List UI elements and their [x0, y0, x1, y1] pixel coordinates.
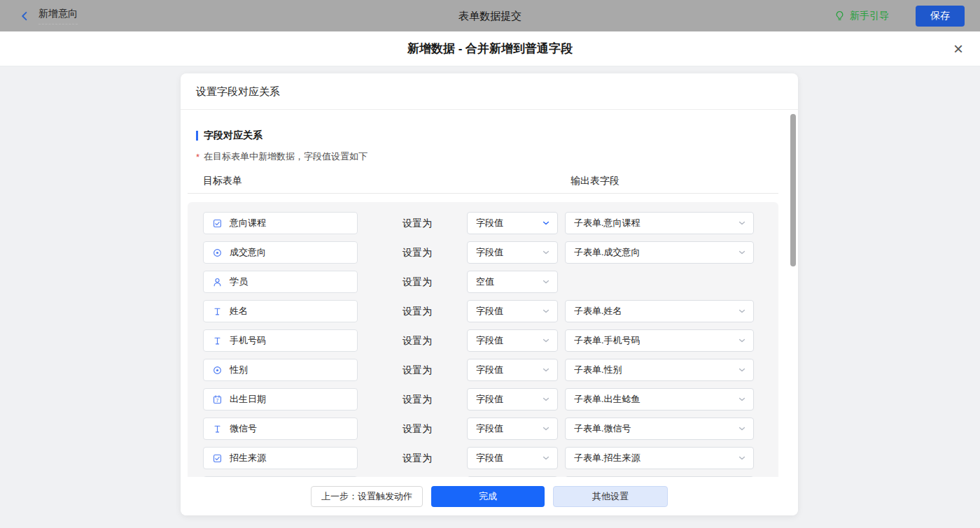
scrollbar-thumb[interactable]	[790, 114, 796, 266]
topbar-actions: 新手引导 保存	[834, 6, 965, 27]
source-field-label: 招生来源	[230, 452, 266, 464]
output-field-value: 子表单.手机号码	[574, 334, 738, 347]
section-title: 字段对应关系	[196, 129, 783, 142]
modal-title: 新增数据 - 合并新增到普通字段	[407, 41, 573, 57]
field-mapping-card: 设置字段对应关系 字段对应关系 * 在目标表单中新增数据，字段值设置如下 目标表…	[181, 73, 798, 515]
source-field-label: 微信号	[230, 422, 257, 435]
chevron-down-icon	[738, 454, 746, 462]
text-icon	[212, 424, 223, 434]
value-type-value: 字段值	[476, 334, 542, 347]
prev-step-button[interactable]: 上一步：设置触发动作	[311, 486, 423, 507]
value-type-select[interactable]: 字段值	[467, 418, 558, 440]
output-field-value: 子表单.成交意向	[574, 246, 738, 259]
chevron-down-icon	[542, 395, 550, 404]
topbar-title: 表单数据提交	[458, 9, 522, 22]
screen: 新增意向 表单数据提交 新手引导 保存 新增数据 - 合并新增到普通字段 × 设…	[0, 0, 980, 528]
checkbox-icon	[212, 453, 223, 464]
chevron-down-icon	[738, 248, 746, 257]
value-type-select[interactable]: 空值	[467, 271, 558, 293]
field-mapping-row: 姓名 设置为 字段值 子表单.姓名	[203, 300, 778, 322]
topbar-back[interactable]: 新增意向	[20, 8, 78, 24]
calendar-icon: 7	[212, 394, 223, 405]
card-footer: 上一步：设置触发动作 完成 其他设置	[181, 477, 798, 515]
text-icon	[212, 336, 223, 346]
value-type-value: 字段值	[476, 364, 542, 376]
source-field-box[interactable]: 学员	[203, 271, 358, 293]
field-mapping-row: 性别 设置为 字段值 子表单.性别	[203, 359, 778, 381]
chevron-down-icon	[738, 424, 746, 433]
output-field-select[interactable]: 子表单.意向课程	[565, 212, 754, 234]
source-field-box[interactable]: 7 出生日期	[203, 388, 358, 411]
set-as-label: 设置为	[402, 329, 432, 352]
output-field-value: 子表单.姓名	[574, 305, 738, 317]
chevron-down-icon	[738, 366, 746, 374]
radio-icon	[212, 365, 223, 376]
column-header-output-field: 输出表字段	[570, 175, 620, 187]
set-as-label: 设置为	[402, 447, 432, 469]
value-type-value: 字段值	[476, 246, 542, 259]
output-field-select[interactable]: 子表单.微信号	[565, 418, 754, 440]
back-chevron-icon[interactable]	[20, 10, 30, 22]
set-as-label: 设置为	[402, 271, 432, 293]
chevron-down-icon	[542, 336, 550, 345]
set-as-label: 设置为	[402, 359, 432, 381]
person-icon	[212, 277, 223, 287]
text-icon	[212, 306, 223, 317]
source-field-box[interactable]: 姓名	[203, 300, 358, 322]
save-button[interactable]: 保存	[916, 6, 965, 27]
chevron-down-icon	[738, 336, 746, 345]
radio-icon	[212, 248, 223, 258]
source-field-box[interactable]: 手机号码	[203, 329, 358, 352]
field-mapping-row: 意向课程 设置为 字段值 子表单.意向课程	[203, 212, 778, 234]
value-type-value: 字段值	[476, 305, 542, 317]
output-field-select[interactable]: 子表单.招生来源	[565, 447, 754, 469]
value-type-select[interactable]: 字段值	[467, 241, 558, 264]
value-type-value: 字段值	[476, 393, 542, 406]
source-field-box[interactable]: 成交意向	[203, 241, 358, 264]
required-asterisk: *	[196, 152, 200, 162]
source-field-box[interactable]: 性别	[203, 359, 358, 381]
source-field-label: 姓名	[230, 305, 248, 317]
output-field-value: 子表单.招生来源	[574, 452, 738, 464]
source-field-box[interactable]: 微信号	[203, 418, 358, 440]
output-field-select[interactable]: 子表单.姓名	[565, 300, 754, 322]
value-type-select[interactable]: 字段值	[467, 329, 558, 352]
value-type-select[interactable]: 字段值	[467, 212, 558, 234]
chevron-down-icon	[738, 395, 746, 404]
value-type-select[interactable]: 字段值	[467, 359, 558, 381]
field-mapping-row: 招生来源 设置为 字段值 子表单.招生来源	[203, 447, 778, 469]
guide-label: 新手引导	[850, 10, 889, 22]
value-type-select[interactable]: 字段值	[467, 388, 558, 411]
output-field-select[interactable]: 子表单.出生鲶鱼	[565, 388, 754, 411]
field-mapping-row: 成交意向 设置为 字段值 子表单.成交意向	[203, 241, 778, 264]
back-label[interactable]: 新增意向	[38, 8, 78, 24]
chevron-down-icon	[542, 454, 550, 462]
card-body: 字段对应关系 * 在目标表单中新增数据，字段值设置如下 目标表单 输出表字段 意…	[181, 110, 798, 515]
source-field-label: 意向课程	[230, 217, 266, 229]
other-settings-button[interactable]: 其他设置	[553, 486, 668, 507]
output-field-select[interactable]: 子表单.手机号码	[565, 329, 754, 352]
source-field-label: 学员	[230, 276, 248, 288]
value-type-select[interactable]: 字段值	[467, 447, 558, 469]
output-field-value: 子表单.意向课程	[574, 217, 738, 229]
field-mapping-row: 微信号 设置为 字段值 子表单.微信号	[203, 418, 778, 440]
field-mapping-row: 手机号码 设置为 字段值 子表单.手机号码	[203, 329, 778, 352]
source-field-box[interactable]: 意向课程	[203, 212, 358, 234]
modal-body: 设置字段对应关系 字段对应关系 * 在目标表单中新增数据，字段值设置如下 目标表…	[0, 66, 980, 528]
field-mapping-row: 学员 设置为 空值	[203, 271, 778, 293]
beginner-guide-link[interactable]: 新手引导	[834, 10, 889, 22]
output-field-select[interactable]: 子表单.成交意向	[565, 241, 754, 264]
done-button[interactable]: 完成	[431, 486, 545, 507]
svg-text:7: 7	[216, 397, 219, 402]
set-as-label: 设置为	[402, 300, 432, 322]
value-type-select[interactable]: 字段值	[467, 300, 558, 322]
chevron-down-icon	[542, 366, 550, 374]
source-field-box[interactable]: 招生来源	[203, 447, 358, 469]
set-as-label: 设置为	[402, 388, 432, 411]
column-headers: 目标表单 输出表字段	[196, 175, 783, 187]
value-type-value: 空值	[476, 276, 542, 288]
output-field-select[interactable]: 子表单.性别	[565, 359, 754, 381]
field-mapping-row: 7 出生日期 设置为 字段值 子表单.出生鲶鱼	[203, 388, 778, 411]
close-icon[interactable]: ×	[953, 41, 963, 57]
chevron-down-icon	[738, 307, 746, 315]
